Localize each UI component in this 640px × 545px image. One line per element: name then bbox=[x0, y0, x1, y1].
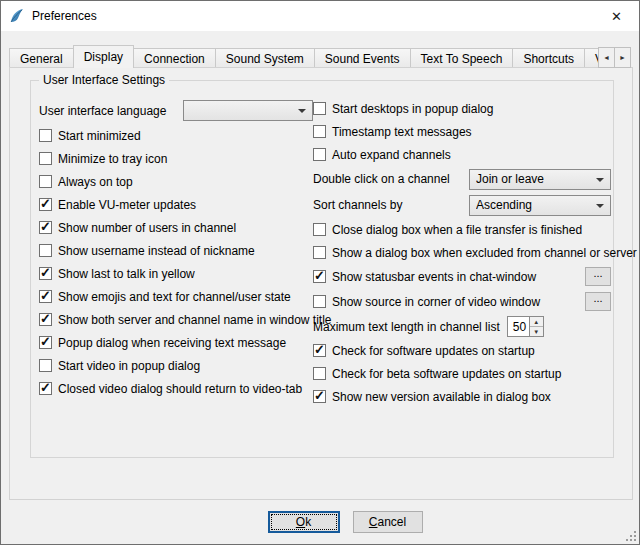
checkbox-label: Show username instead of nickname bbox=[58, 244, 255, 258]
checkbox[interactable] bbox=[313, 270, 326, 283]
close-button[interactable]: ✕ bbox=[594, 1, 639, 31]
group-title: User Interface Settings bbox=[39, 73, 169, 87]
checkbox-server-channel-title[interactable]: Show both server and channel name in win… bbox=[39, 308, 313, 331]
title-bar[interactable]: Preferences ✕ bbox=[1, 1, 639, 31]
user-interface-settings-group: User Interface Settings User interface l… bbox=[30, 80, 614, 458]
resize-grip[interactable] bbox=[624, 529, 637, 542]
tab-connection[interactable]: Connection bbox=[133, 48, 216, 68]
max-text-length-spinner[interactable]: 50 ▲ ▼ bbox=[507, 316, 544, 337]
checkbox-start-video-popup[interactable]: Start video in popup dialog bbox=[39, 354, 313, 377]
tab-general[interactable]: General bbox=[9, 48, 74, 68]
checkbox-statusbar-events[interactable]: Show statusbar events in chat-window ... bbox=[313, 264, 611, 289]
checkbox-always-on-top[interactable]: Always on top bbox=[39, 170, 313, 193]
tab-shortcuts[interactable]: Shortcuts bbox=[512, 48, 585, 68]
checkbox-show-emojis[interactable]: Show emojis and text for channel/user st… bbox=[39, 285, 313, 308]
checkbox[interactable] bbox=[39, 221, 52, 234]
left-column: User interface language Start minimized … bbox=[39, 97, 313, 400]
checkbox[interactable] bbox=[39, 152, 52, 165]
checkbox-desktops-popup[interactable]: Start desktops in popup dialog bbox=[313, 97, 611, 120]
checkbox-label: Minimize to tray icon bbox=[58, 152, 167, 166]
checkbox[interactable] bbox=[39, 129, 52, 142]
checkbox[interactable] bbox=[313, 390, 326, 403]
checkbox-software-updates[interactable]: Check for software updates on startup bbox=[313, 339, 611, 362]
checkbox-label: Check for beta software updates on start… bbox=[332, 367, 561, 381]
checkbox-excluded-dialog[interactable]: Show a dialog box when excluded from cha… bbox=[313, 241, 611, 264]
language-label: User interface language bbox=[39, 104, 166, 118]
tab-strip: General Display Connection Sound System … bbox=[9, 45, 631, 68]
checkbox-auto-expand-channels[interactable]: Auto expand channels bbox=[313, 143, 611, 166]
checkbox-label: Show number of users in channel bbox=[58, 221, 236, 235]
checkbox-label: Always on top bbox=[58, 175, 133, 189]
tab-scroll-control: ◄ ► bbox=[598, 47, 631, 68]
checkbox[interactable] bbox=[313, 223, 326, 236]
cancel-button[interactable]: Cancel bbox=[353, 511, 423, 533]
checkbox-show-user-count[interactable]: Show number of users in channel bbox=[39, 216, 313, 239]
sort-channels-select[interactable]: Ascending bbox=[469, 195, 611, 216]
tab-scroll-left-icon[interactable]: ◄ bbox=[598, 47, 615, 68]
checkbox-vu-meter-updates[interactable]: Enable VU-meter updates bbox=[39, 193, 313, 216]
checkbox-minimize-to-tray[interactable]: Minimize to tray icon bbox=[39, 147, 313, 170]
preferences-dialog: Preferences ✕ General Display Connection… bbox=[0, 0, 640, 545]
checkbox-beta-updates[interactable]: Check for beta software updates on start… bbox=[313, 362, 611, 385]
language-select[interactable] bbox=[183, 100, 313, 121]
checkbox[interactable] bbox=[313, 367, 326, 380]
checkbox[interactable] bbox=[39, 313, 52, 326]
spin-down-icon[interactable]: ▼ bbox=[530, 327, 543, 336]
sort-channels-value: Ascending bbox=[476, 198, 532, 212]
checkbox-label: Show last to talk in yellow bbox=[58, 267, 195, 281]
double-click-value: Join or leave bbox=[476, 172, 544, 186]
checkbox-video-source-corner[interactable]: Show source in corner of video window ..… bbox=[313, 289, 611, 314]
checkbox[interactable] bbox=[39, 175, 52, 188]
checkbox-popup-text-message[interactable]: Popup dialog when receiving text message bbox=[39, 331, 313, 354]
checkbox[interactable] bbox=[313, 344, 326, 357]
checkbox-label: Show source in corner of video window bbox=[332, 295, 540, 309]
checkbox-last-to-talk[interactable]: Show last to talk in yellow bbox=[39, 262, 313, 285]
checkbox-label: Show both server and channel name in win… bbox=[58, 313, 332, 327]
chevron-down-icon bbox=[298, 109, 306, 113]
right-column: Start desktops in popup dialog Timestamp… bbox=[313, 97, 611, 408]
checkbox-label: Show a dialog box when excluded from cha… bbox=[332, 246, 637, 260]
checkbox[interactable] bbox=[39, 336, 52, 349]
checkbox[interactable] bbox=[313, 246, 326, 259]
tab-scroll-right-icon[interactable]: ► bbox=[614, 47, 631, 68]
double-click-select[interactable]: Join or leave bbox=[469, 169, 611, 190]
checkbox-label: Auto expand channels bbox=[332, 148, 451, 162]
checkbox-timestamp-messages[interactable]: Timestamp text messages bbox=[313, 120, 611, 143]
checkbox-start-minimized[interactable]: Start minimized bbox=[39, 124, 313, 147]
checkbox-label: Closed video dialog should return to vid… bbox=[58, 382, 302, 396]
checkbox-show-username[interactable]: Show username instead of nickname bbox=[39, 239, 313, 262]
tab-sound-events[interactable]: Sound Events bbox=[314, 48, 411, 68]
checkbox-close-on-transfer[interactable]: Close dialog box when a file transfer is… bbox=[313, 218, 611, 241]
cancel-button-label: Cancel bbox=[369, 515, 406, 529]
checkbox-closed-video-return[interactable]: Closed video dialog should return to vid… bbox=[39, 377, 313, 400]
spinner-arrows: ▲ ▼ bbox=[529, 316, 544, 337]
checkbox[interactable] bbox=[39, 267, 52, 280]
checkbox[interactable] bbox=[39, 290, 52, 303]
chevron-down-icon bbox=[596, 204, 604, 208]
ok-button[interactable]: Ok bbox=[268, 511, 340, 533]
tab-display[interactable]: Display bbox=[73, 45, 134, 68]
checkbox-new-version-dialog[interactable]: Show new version available in dialog box bbox=[313, 385, 611, 408]
checkbox[interactable] bbox=[313, 148, 326, 161]
spin-up-icon[interactable]: ▲ bbox=[530, 317, 543, 327]
statusbar-events-more-button[interactable]: ... bbox=[585, 267, 611, 286]
max-text-length-value[interactable]: 50 bbox=[507, 316, 529, 337]
sort-channels-label: Sort channels by bbox=[313, 198, 402, 212]
video-source-more-button[interactable]: ... bbox=[585, 292, 611, 311]
max-text-length-label: Maximum text length in channel list bbox=[313, 320, 500, 334]
checkbox[interactable] bbox=[39, 198, 52, 211]
checkbox-label: Show emojis and text for channel/user st… bbox=[58, 290, 291, 304]
checkbox-label: Close dialog box when a file transfer is… bbox=[332, 223, 582, 237]
tab-page-display: User Interface Settings User interface l… bbox=[9, 67, 633, 500]
checkbox[interactable] bbox=[39, 244, 52, 257]
checkbox[interactable] bbox=[313, 102, 326, 115]
checkbox[interactable] bbox=[313, 125, 326, 138]
tab-sound-system[interactable]: Sound System bbox=[215, 48, 315, 68]
ok-button-label: Ok bbox=[296, 515, 311, 529]
checkbox[interactable] bbox=[313, 295, 326, 308]
checkbox[interactable] bbox=[39, 382, 52, 395]
checkbox[interactable] bbox=[39, 359, 52, 372]
checkbox-label: Start desktops in popup dialog bbox=[332, 102, 493, 116]
app-icon bbox=[9, 8, 25, 24]
tab-text-to-speech[interactable]: Text To Speech bbox=[410, 48, 514, 68]
